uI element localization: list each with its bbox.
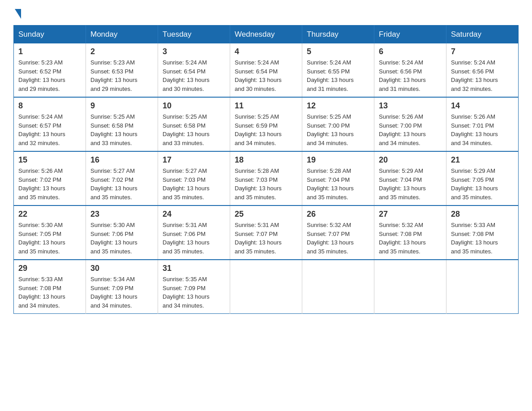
header-wednesday: Wednesday: [230, 26, 302, 44]
day-cell: [374, 260, 446, 314]
week-row-5: 29 Sunrise: 5:33 AMSunset: 7:08 PMDaylig…: [14, 260, 519, 314]
header-sunday: Sunday: [14, 26, 86, 44]
day-info: Sunrise: 5:29 AMSunset: 7:05 PMDaylight:…: [451, 167, 498, 201]
day-cell: 14 Sunrise: 5:26 AMSunset: 7:01 PMDaylig…: [446, 97, 519, 151]
day-info: Sunrise: 5:24 AMSunset: 6:55 PMDaylight:…: [307, 59, 354, 92]
day-cell: 1 Sunrise: 5:23 AMSunset: 6:52 PMDayligh…: [14, 43, 86, 97]
day-number: 13: [379, 101, 442, 111]
day-number: 31: [163, 264, 225, 273]
day-info: Sunrise: 5:32 AMSunset: 7:08 PMDaylight:…: [379, 222, 426, 255]
day-number: 24: [163, 210, 225, 219]
day-cell: 5 Sunrise: 5:24 AMSunset: 6:55 PMDayligh…: [302, 43, 374, 97]
day-info: Sunrise: 5:24 AMSunset: 6:57 PMDaylight:…: [18, 113, 65, 146]
day-number: 27: [379, 210, 442, 219]
day-info: Sunrise: 5:31 AMSunset: 7:07 PMDaylight:…: [235, 222, 282, 255]
day-info: Sunrise: 5:31 AMSunset: 7:06 PMDaylight:…: [163, 222, 210, 255]
day-info: Sunrise: 5:26 AMSunset: 7:00 PMDaylight:…: [379, 113, 426, 146]
logo: [13, 9, 21, 16]
day-info: Sunrise: 5:23 AMSunset: 6:52 PMDaylight:…: [18, 59, 65, 92]
day-cell: 29 Sunrise: 5:33 AMSunset: 7:08 PMDaylig…: [14, 260, 86, 314]
day-cell: 23 Sunrise: 5:30 AMSunset: 7:06 PMDaylig…: [86, 206, 158, 260]
day-cell: 7 Sunrise: 5:24 AMSunset: 6:56 PMDayligh…: [446, 43, 519, 97]
day-cell: 19 Sunrise: 5:28 AMSunset: 7:04 PMDaylig…: [302, 151, 374, 206]
day-info: Sunrise: 5:28 AMSunset: 7:04 PMDaylight:…: [307, 167, 354, 201]
day-info: Sunrise: 5:33 AMSunset: 7:08 PMDaylight:…: [18, 276, 65, 309]
day-cell: 4 Sunrise: 5:24 AMSunset: 6:54 PMDayligh…: [230, 43, 302, 97]
logo-triangle-icon: [15, 9, 21, 19]
day-cell: 31 Sunrise: 5:35 AMSunset: 7:09 PMDaylig…: [158, 260, 230, 314]
day-number: 3: [163, 47, 225, 56]
day-number: 4: [235, 47, 297, 56]
day-number: 23: [90, 210, 153, 219]
day-info: Sunrise: 5:27 AMSunset: 7:03 PMDaylight:…: [163, 167, 210, 201]
day-info: Sunrise: 5:26 AMSunset: 7:01 PMDaylight:…: [451, 113, 498, 146]
day-info: Sunrise: 5:24 AMSunset: 6:56 PMDaylight:…: [451, 59, 498, 92]
day-info: Sunrise: 5:25 AMSunset: 7:00 PMDaylight:…: [307, 113, 354, 146]
day-number: 26: [307, 210, 369, 219]
day-cell: 15 Sunrise: 5:26 AMSunset: 7:02 PMDaylig…: [14, 151, 86, 206]
day-cell: 3 Sunrise: 5:24 AMSunset: 6:54 PMDayligh…: [158, 43, 230, 97]
day-cell: 6 Sunrise: 5:24 AMSunset: 6:56 PMDayligh…: [374, 43, 446, 97]
day-cell: 24 Sunrise: 5:31 AMSunset: 7:06 PMDaylig…: [158, 206, 230, 260]
day-cell: 25 Sunrise: 5:31 AMSunset: 7:07 PMDaylig…: [230, 206, 302, 260]
day-number: 14: [451, 101, 514, 111]
day-number: 18: [235, 155, 297, 165]
day-number: 30: [90, 264, 153, 273]
day-cell: 28 Sunrise: 5:33 AMSunset: 7:08 PMDaylig…: [446, 206, 519, 260]
day-number: 29: [18, 264, 81, 273]
day-cell: 10 Sunrise: 5:25 AMSunset: 6:58 PMDaylig…: [158, 97, 230, 151]
header-monday: Monday: [86, 26, 158, 44]
header-row: SundayMondayTuesdayWednesdayThursdayFrid…: [14, 26, 519, 44]
day-cell: 16 Sunrise: 5:27 AMSunset: 7:02 PMDaylig…: [86, 151, 158, 206]
day-number: 17: [163, 155, 225, 165]
day-cell: 8 Sunrise: 5:24 AMSunset: 6:57 PMDayligh…: [14, 97, 86, 151]
day-info: Sunrise: 5:25 AMSunset: 6:58 PMDaylight:…: [163, 113, 210, 146]
day-cell: 11 Sunrise: 5:25 AMSunset: 6:59 PMDaylig…: [230, 97, 302, 151]
day-info: Sunrise: 5:24 AMSunset: 6:54 PMDaylight:…: [235, 59, 282, 92]
day-info: Sunrise: 5:33 AMSunset: 7:08 PMDaylight:…: [451, 222, 498, 255]
day-info: Sunrise: 5:25 AMSunset: 6:59 PMDaylight:…: [235, 113, 282, 146]
day-info: Sunrise: 5:24 AMSunset: 6:56 PMDaylight:…: [379, 59, 426, 92]
day-number: 5: [307, 47, 369, 56]
day-number: 25: [235, 210, 297, 219]
day-cell: 13 Sunrise: 5:26 AMSunset: 7:00 PMDaylig…: [374, 97, 446, 151]
day-number: 19: [307, 155, 369, 165]
day-cell: 21 Sunrise: 5:29 AMSunset: 7:05 PMDaylig…: [446, 151, 519, 206]
day-cell: 2 Sunrise: 5:23 AMSunset: 6:53 PMDayligh…: [86, 43, 158, 97]
day-cell: 20 Sunrise: 5:29 AMSunset: 7:04 PMDaylig…: [374, 151, 446, 206]
day-number: 15: [18, 155, 81, 165]
day-info: Sunrise: 5:26 AMSunset: 7:02 PMDaylight:…: [18, 167, 65, 201]
week-row-4: 22 Sunrise: 5:30 AMSunset: 7:05 PMDaylig…: [14, 206, 519, 260]
day-number: 16: [90, 155, 153, 165]
day-cell: [230, 260, 302, 314]
day-number: 20: [379, 155, 442, 165]
day-info: Sunrise: 5:30 AMSunset: 7:06 PMDaylight:…: [90, 222, 137, 255]
day-number: 7: [451, 47, 514, 56]
day-number: 22: [18, 210, 81, 219]
day-cell: [302, 260, 374, 314]
page-header: [13, 9, 519, 16]
day-info: Sunrise: 5:35 AMSunset: 7:09 PMDaylight:…: [163, 276, 210, 309]
day-cell: 17 Sunrise: 5:27 AMSunset: 7:03 PMDaylig…: [158, 151, 230, 206]
day-number: 2: [90, 47, 153, 56]
day-number: 11: [235, 101, 297, 111]
header-thursday: Thursday: [302, 26, 374, 44]
day-info: Sunrise: 5:23 AMSunset: 6:53 PMDaylight:…: [90, 59, 137, 92]
day-number: 28: [451, 210, 514, 219]
day-info: Sunrise: 5:24 AMSunset: 6:54 PMDaylight:…: [163, 59, 210, 92]
calendar-body: 1 Sunrise: 5:23 AMSunset: 6:52 PMDayligh…: [14, 43, 519, 314]
day-info: Sunrise: 5:29 AMSunset: 7:04 PMDaylight:…: [379, 167, 426, 201]
day-cell: 27 Sunrise: 5:32 AMSunset: 7:08 PMDaylig…: [374, 206, 446, 260]
header-tuesday: Tuesday: [158, 26, 230, 44]
day-cell: 30 Sunrise: 5:34 AMSunset: 7:09 PMDaylig…: [86, 260, 158, 314]
calendar-header: SundayMondayTuesdayWednesdayThursdayFrid…: [14, 26, 519, 44]
week-row-1: 1 Sunrise: 5:23 AMSunset: 6:52 PMDayligh…: [14, 43, 519, 97]
day-info: Sunrise: 5:28 AMSunset: 7:03 PMDaylight:…: [235, 167, 282, 201]
logo-text: [13, 9, 21, 18]
day-info: Sunrise: 5:25 AMSunset: 6:58 PMDaylight:…: [90, 113, 137, 146]
day-number: 12: [307, 101, 369, 111]
day-info: Sunrise: 5:34 AMSunset: 7:09 PMDaylight:…: [90, 276, 137, 309]
day-cell: 22 Sunrise: 5:30 AMSunset: 7:05 PMDaylig…: [14, 206, 86, 260]
day-number: 6: [379, 47, 442, 56]
calendar-table: SundayMondayTuesdayWednesdayThursdayFrid…: [13, 25, 519, 314]
